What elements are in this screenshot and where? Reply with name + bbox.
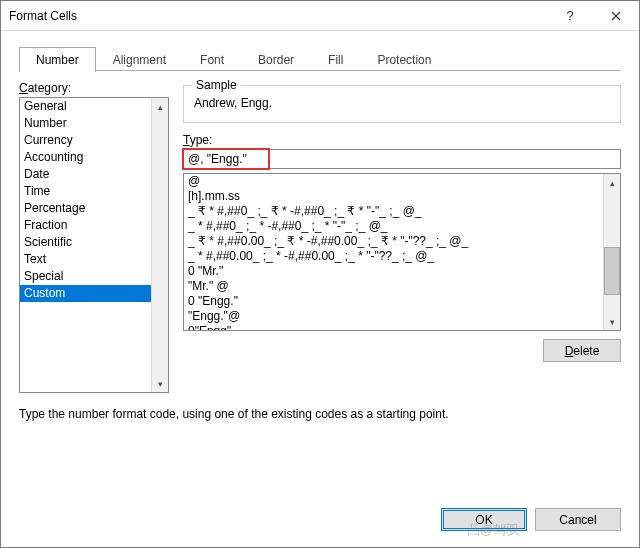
scroll-track[interactable] (152, 115, 168, 375)
scroll-down-icon[interactable]: ▾ (604, 313, 620, 330)
scroll-down-icon[interactable]: ▾ (152, 375, 168, 392)
scroll-up-icon[interactable]: ▴ (152, 98, 168, 115)
ok-button[interactable]: OK (441, 508, 527, 531)
titlebar: Format Cells ? (1, 1, 639, 31)
sample-label: Sample (192, 78, 241, 92)
category-item-number[interactable]: Number (20, 115, 151, 132)
window-title: Format Cells (9, 9, 547, 23)
scroll-up-icon[interactable]: ▴ (604, 174, 620, 191)
category-item-fraction[interactable]: Fraction (20, 217, 151, 234)
format-cells-dialog: Format Cells ? Number Alignment Font Bor… (0, 0, 640, 548)
format-scrollbar[interactable]: ▴ ▾ (603, 174, 620, 330)
category-item-accounting[interactable]: Accounting (20, 149, 151, 166)
tab-alignment[interactable]: Alignment (96, 47, 183, 72)
category-item-percentage[interactable]: Percentage (20, 200, 151, 217)
category-item-general[interactable]: General (20, 98, 151, 115)
format-item[interactable]: _ ₹ * #,##0.00_ ;_ ₹ * -#,##0.00_ ;_ ₹ *… (184, 234, 603, 249)
format-item[interactable]: "Mr." @ (184, 279, 603, 294)
tab-font[interactable]: Font (183, 47, 241, 72)
close-icon (611, 11, 621, 21)
left-column: Category: General Number Currency Accoun… (19, 81, 169, 393)
content-area: Number Alignment Font Border Fill Protec… (1, 31, 639, 508)
format-list: @ [h].mm.ss _ ₹ * #,##0_ ;_ ₹ * -#,##0_ … (184, 174, 603, 330)
category-label: Category: (19, 81, 169, 95)
category-item-currency[interactable]: Currency (20, 132, 151, 149)
category-item-special[interactable]: Special (20, 268, 151, 285)
format-listbox[interactable]: @ [h].mm.ss _ ₹ * #,##0_ ;_ ₹ * -#,##0_ … (183, 173, 621, 331)
type-input-wrap (183, 149, 621, 169)
format-item[interactable]: "Engg."@ (184, 309, 603, 324)
type-label: Type: (183, 133, 621, 147)
delete-row: Delete (183, 339, 621, 362)
sample-group: Sample Andrew, Engg. (183, 85, 621, 123)
format-item[interactable]: 0 "Mr." (184, 264, 603, 279)
dialog-buttons: 凸@驾驭 OK Cancel (1, 508, 639, 547)
format-item[interactable]: _ ₹ * #,##0_ ;_ ₹ * -#,##0_ ;_ ₹ * "-"_ … (184, 204, 603, 219)
format-item[interactable]: 0"Engg" (184, 324, 603, 330)
tab-number[interactable]: Number (19, 47, 96, 72)
sample-value: Andrew, Engg. (194, 94, 610, 112)
category-scrollbar[interactable]: ▴ ▾ (151, 98, 168, 392)
cancel-button[interactable]: Cancel (535, 508, 621, 531)
right-column: Sample Andrew, Engg. Type: @ [h].mm.ss _… (183, 81, 621, 393)
help-button[interactable]: ? (547, 1, 593, 31)
tab-fill[interactable]: Fill (311, 47, 360, 72)
category-item-text[interactable]: Text (20, 251, 151, 268)
tab-border[interactable]: Border (241, 47, 311, 72)
category-listbox[interactable]: General Number Currency Accounting Date … (19, 97, 169, 393)
category-item-scientific[interactable]: Scientific (20, 234, 151, 251)
category-item-date[interactable]: Date (20, 166, 151, 183)
format-item[interactable]: 0 "Engg." (184, 294, 603, 309)
category-item-time[interactable]: Time (20, 183, 151, 200)
category-list: General Number Currency Accounting Date … (20, 98, 151, 392)
tab-protection[interactable]: Protection (360, 47, 448, 72)
category-item-custom[interactable]: Custom (20, 285, 151, 302)
format-item[interactable]: _ * #,##0_ ;_ * -#,##0_ ;_ * "-"_ ;_ @_ (184, 219, 603, 234)
format-item[interactable]: @ (184, 174, 603, 189)
format-item[interactable]: _ * #,##0.00_ ;_ * -#,##0.00_ ;_ * "-"??… (184, 249, 603, 264)
main-panel: Category: General Number Currency Accoun… (19, 81, 621, 393)
hint-text: Type the number format code, using one o… (19, 407, 621, 421)
scroll-track[interactable] (604, 191, 620, 313)
type-input[interactable] (183, 149, 621, 169)
format-item[interactable]: [h].mm.ss (184, 189, 603, 204)
scroll-thumb[interactable] (604, 247, 620, 295)
tab-strip: Number Alignment Font Border Fill Protec… (19, 45, 621, 71)
delete-button[interactable]: Delete (543, 339, 621, 362)
close-button[interactable] (593, 1, 639, 31)
